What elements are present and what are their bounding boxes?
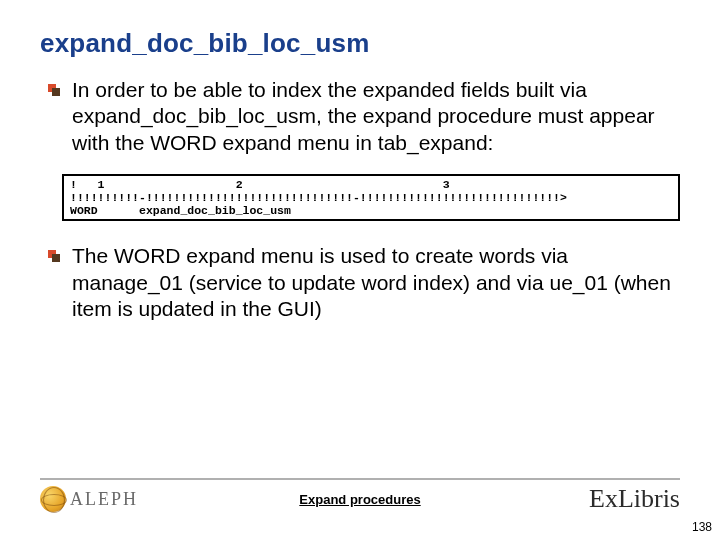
code-line-2: !!!!!!!!!!-!!!!!!!!!!!!!!!!!!!!!!!!!!!!!…	[70, 191, 567, 204]
svg-rect-2	[52, 88, 60, 96]
exlibris-logo-text: ExLibris	[589, 486, 680, 512]
globe-icon	[40, 486, 66, 512]
bullet-item-2: The WORD expand menu is used to create w…	[72, 243, 680, 322]
bullet-item-1: In order to be able to index the expande…	[72, 77, 680, 156]
code-line-3: WORD expand_doc_bib_loc_usm	[70, 204, 291, 217]
footer-divider	[40, 478, 680, 480]
bullet-text: The WORD expand menu is used to create w…	[72, 244, 671, 320]
slide-title: expand_doc_bib_loc_usm	[40, 28, 680, 59]
aleph-logo-text: ALEPH	[70, 489, 138, 510]
slide-footer: ALEPH Expand procedures ExLibris	[0, 478, 720, 512]
page-number: 138	[692, 520, 712, 534]
bullet-text: In order to be able to index the expande…	[72, 78, 655, 154]
code-line-1: ! 1 2 3	[70, 178, 450, 191]
svg-rect-4	[52, 254, 60, 262]
exlibris-logo: ExLibris	[589, 486, 680, 512]
code-block: ! 1 2 3 !!!!!!!!!!-!!!!!!!!!!!!!!!!!!!!!…	[62, 174, 680, 222]
aleph-logo: ALEPH	[40, 486, 138, 512]
bullet-icon	[48, 250, 60, 262]
bullet-icon	[48, 84, 60, 96]
